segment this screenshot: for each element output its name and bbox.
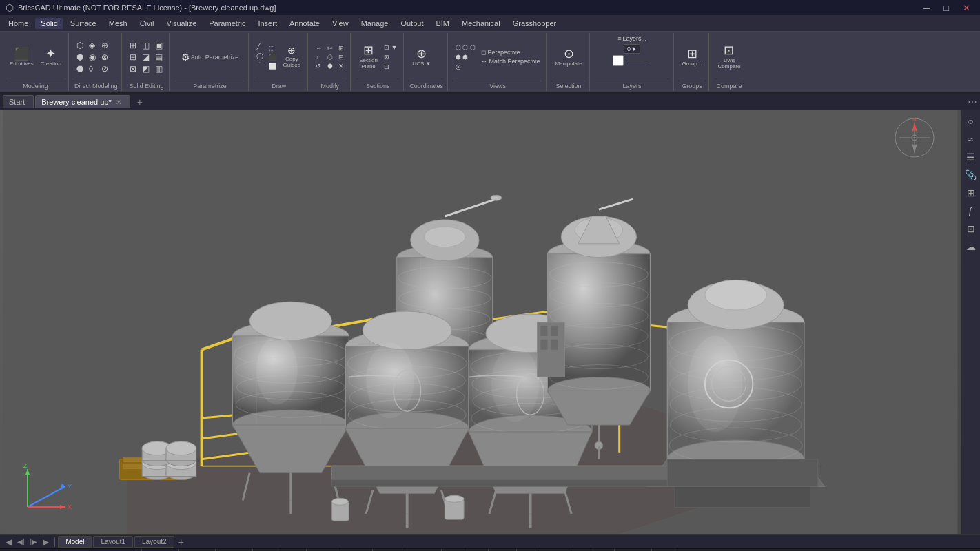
group-button[interactable]: ⊞ Group... [680, 46, 705, 68]
views-btn2[interactable]: ⬢ ⬢ [453, 53, 478, 61]
axes-indicator: Y Z X [14, 462, 76, 524]
se-btn3[interactable]: ⊠ [127, 63, 139, 74]
menu-solid[interactable]: Solid [35, 18, 63, 29]
tab-brewery[interactable]: Brewery cleaned up* ✕ [35, 95, 130, 108]
sections-btn3[interactable]: ⊟ [382, 63, 399, 71]
creation-button[interactable]: ✦ Creation [38, 46, 64, 68]
sections-btn2[interactable]: ⊠ [382, 53, 399, 61]
modify-btn4[interactable]: ✂ [325, 44, 335, 52]
menu-mechanical[interactable]: Mechanical [456, 18, 506, 29]
se-icon4: ◫ [142, 41, 150, 50]
draw-btn1[interactable]: ╱ [254, 43, 265, 51]
modify-btn6[interactable]: ⬢ [325, 62, 335, 70]
draw-btn3[interactable]: ⌒ [254, 61, 265, 71]
se-btn7[interactable]: ▣ [153, 40, 165, 51]
draw-btn5[interactable]: ⬛ [267, 53, 278, 61]
menu-home[interactable]: Home [3, 18, 34, 29]
dwg-compare-button[interactable]: ⊡ DwgCompare [715, 43, 743, 71]
dm-btn1[interactable]: ⬡ [74, 40, 85, 51]
dm-btn2[interactable]: ⬢ [74, 52, 85, 63]
modify-btn7[interactable]: ⊞ [336, 44, 346, 52]
layout-tab-model[interactable]: Model [58, 536, 92, 548]
menu-parametric[interactable]: Parametric [203, 18, 251, 29]
dm-btn3[interactable]: ⬣ [74, 63, 85, 74]
app-logo: ⬡ [6, 2, 14, 13]
auto-parametrize-button[interactable]: ⚙ Auto Parametrize [175, 51, 244, 63]
modify-btn9[interactable]: ✕ [336, 62, 346, 70]
layout-tab-layout1[interactable]: Layout1 [93, 536, 133, 548]
direct-modeling-col3: ⊕ ⊗ ⊘ [99, 40, 110, 74]
layout-next-button[interactable]: ▶ [40, 537, 52, 547]
tab-start-label: Start [9, 98, 25, 106]
dm-btn4[interactable]: ◈ [87, 40, 98, 51]
menu-insert[interactable]: Insert [252, 18, 283, 29]
menu-output[interactable]: Output [395, 18, 429, 29]
rt-btn-zoom[interactable]: ≈ [963, 131, 979, 147]
ucs-button[interactable]: ⊕ UCS ▼ [409, 46, 433, 68]
menu-view[interactable]: View [327, 18, 354, 29]
se-btn1[interactable]: ⊞ [127, 40, 139, 51]
se-btn2[interactable]: ⊟ [127, 52, 139, 63]
menu-manage[interactable]: Manage [356, 18, 394, 29]
layers-dropdown[interactable]: 0 ▼ [624, 44, 640, 54]
modify-btn1[interactable]: ↔ [314, 44, 324, 52]
rt-btn-function[interactable]: ƒ [963, 202, 979, 219]
dm-btn6[interactable]: ◊ [87, 63, 98, 74]
views-btn3[interactable]: ◎ [453, 63, 478, 71]
modify-btn2[interactable]: ↕ [314, 53, 324, 61]
menu-bim[interactable]: BIM [430, 18, 455, 29]
manipulate-button[interactable]: ⊙ Manipulate [552, 46, 584, 68]
scene-area[interactable]: N Y Z X ○ ≈ ☰ 📎 ⊞ ƒ ⊡ ☁ [0, 110, 980, 534]
layers-button[interactable]: ≡ Layers... [615, 34, 649, 43]
layout-prev-button[interactable]: ◀ [3, 537, 14, 547]
tab-brewery-close[interactable]: ✕ [116, 98, 121, 106]
minimize-button[interactable]: ─ [919, 3, 934, 13]
se-btn4[interactable]: ◫ [140, 40, 152, 51]
menu-annotate[interactable]: Annotate [284, 18, 325, 29]
rt-btn-compare[interactable]: ⊡ [963, 220, 979, 237]
se-btn8[interactable]: ▤ [153, 52, 165, 63]
menu-visualize[interactable]: Visualize [161, 18, 202, 29]
tab-add-button[interactable]: + [132, 94, 148, 110]
dm-btn9[interactable]: ⊘ [99, 63, 110, 74]
modify-btn3[interactable]: ↺ [314, 62, 324, 70]
se-btn9[interactable]: ▥ [153, 63, 165, 74]
menu-civil[interactable]: Civil [134, 18, 160, 29]
se-btn5[interactable]: ◪ [140, 52, 152, 63]
rt-btn-cursor[interactable]: ○ [963, 113, 979, 129]
section-plane-button[interactable]: ⊞ SectionPlane [356, 43, 380, 71]
match-perspective-button[interactable]: ↔ Match Perspective [479, 57, 542, 65]
menu-mesh[interactable]: Mesh [103, 18, 133, 29]
primitives-button[interactable]: ⬛ Primitives [7, 46, 37, 68]
modify-btn8[interactable]: ⊟ [336, 53, 346, 61]
rt-btn-cloud[interactable]: ☁ [963, 238, 979, 255]
rt-btn-layers[interactable]: ☰ [963, 149, 979, 165]
dm-icon1: ⬡ [76, 41, 83, 50]
copy-guided-button[interactable]: ⊕ CopyGuided [280, 44, 303, 70]
draw-btn2[interactable]: ◯ [254, 52, 265, 60]
dm-btn7[interactable]: ⊕ [99, 40, 110, 51]
draw-btn4[interactable]: ⬚ [267, 44, 278, 52]
dm-btn5[interactable]: ◉ [87, 52, 98, 63]
draw-btn6[interactable]: ⬜ [267, 62, 278, 70]
perspective-button[interactable]: ◻ Perspective [479, 48, 542, 56]
modify-btn5[interactable]: ⬡ [325, 53, 335, 61]
layout-tab-layout2[interactable]: Layout2 [134, 536, 174, 548]
layout-tab-add-button[interactable]: + [176, 537, 187, 548]
se-btn6[interactable]: ◩ [140, 63, 152, 74]
sections-btn1[interactable]: ⊡ ▼ [382, 43, 399, 52]
maximize-button[interactable]: □ [939, 3, 953, 13]
layout-last-button[interactable]: |▶ [28, 538, 41, 545]
views-btn1[interactable]: ⬡ ⬡ ⬡ [453, 43, 478, 52]
tab-start[interactable]: Start [3, 95, 34, 108]
layer-linetype-btn[interactable]: ───── [625, 55, 651, 66]
tabs-overflow-button[interactable]: ⋯ [968, 96, 977, 107]
rt-btn-attach[interactable]: 📎 [963, 167, 979, 183]
layer-color-btn[interactable] [613, 55, 624, 66]
rt-btn-grid[interactable]: ⊞ [963, 185, 979, 201]
menu-grasshopper[interactable]: Grasshopper [507, 18, 562, 29]
dm-btn8[interactable]: ⊗ [99, 52, 110, 63]
close-button[interactable]: ✕ [959, 3, 974, 13]
layout-first-button[interactable]: ◀| [14, 538, 28, 545]
menu-surface[interactable]: Surface [65, 18, 102, 29]
